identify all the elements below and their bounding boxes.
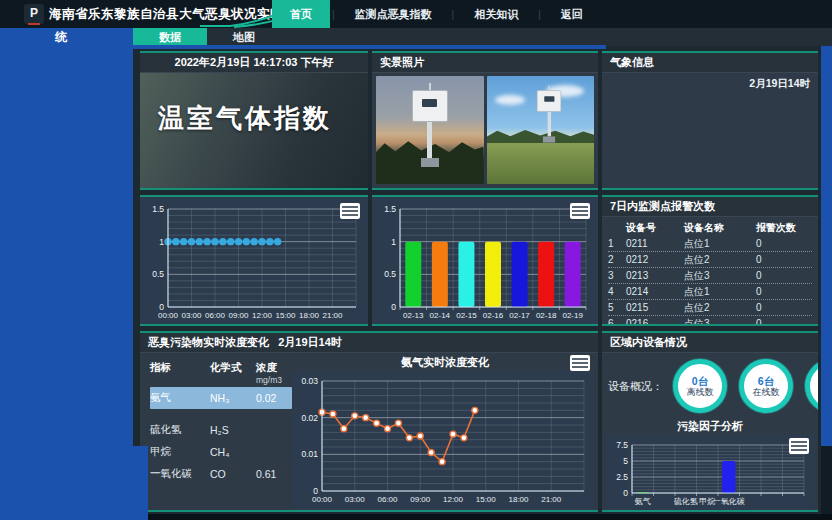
- datetime-text: 2022年2月19日 14:17:03 下午好: [140, 53, 368, 73]
- tab-0[interactable]: 数据: [133, 28, 207, 46]
- svg-text:18:00: 18:00: [508, 495, 529, 504]
- svg-text:0.01: 0.01: [301, 449, 318, 459]
- weather-date: 2月19日14时: [602, 73, 818, 95]
- ammonia-trend-chart[interactable]: 00.010.020.0300:0003:0006:0009:0012:0015…: [292, 371, 594, 510]
- svg-text:02-19: 02-19: [562, 311, 583, 320]
- svg-text:0.5: 0.5: [152, 269, 164, 279]
- daily-index-chart[interactable]: 00.511.502-1302-1402-1502-1602-1702-1802…: [374, 199, 596, 322]
- svg-text:氨气: 氨气: [635, 497, 651, 506]
- nav-separator: |: [330, 9, 337, 20]
- alarm-table-row: 50215点位20: [608, 300, 812, 316]
- svg-text:09:00: 09:00: [410, 495, 431, 504]
- weather-panel: 气象信息 2月19日14时: [602, 51, 818, 190]
- site-photo-field: [487, 76, 595, 184]
- svg-text:一氧化碳: 一氧化碳: [713, 497, 745, 506]
- svg-text:12:00: 12:00: [252, 311, 273, 320]
- greeting-panel: 2022年2月19日 14:17:03 下午好 温室气体指数: [140, 51, 368, 190]
- weather-panel-title: 气象信息: [602, 53, 818, 73]
- device-overview-label: 设备概况：: [608, 379, 663, 394]
- svg-text:0.02: 0.02: [301, 413, 318, 423]
- svg-text:21:00: 21:00: [541, 495, 562, 504]
- device-stats-row: 设备概况： 0台离线数6台在线数0台报警数: [602, 353, 818, 417]
- svg-text:21:00: 21:00: [322, 311, 343, 320]
- odor-table-row[interactable]: 甲烷CH₄: [150, 441, 292, 463]
- left-background-panel-bottom: [0, 446, 148, 520]
- svg-text:02-14: 02-14: [430, 311, 451, 320]
- view-tabs: 数据地图: [133, 28, 832, 46]
- device-stat-circles: 0台离线数6台在线数0台报警数: [673, 359, 818, 413]
- alarm-table-row: 10211点位10: [608, 236, 812, 252]
- top-header: P 海南省乐东黎族自治县大气恶臭状况实时发布系 首页|监测点恶臭指数|相关知识|…: [0, 0, 832, 28]
- chart-menu-icon[interactable]: [340, 203, 360, 219]
- alarm-table-row: 40214点位10: [608, 284, 812, 300]
- app-title-wrap: 统: [55, 28, 67, 46]
- device-stat-circle-0: 0台离线数: [673, 359, 727, 413]
- svg-text:09:00: 09:00: [228, 311, 249, 320]
- nav-separator: |: [536, 9, 543, 20]
- alarm-count-panel: 7日内监测点报警次数 设备号设备名称报警次数10211点位1020212点位20…: [602, 195, 818, 326]
- odor-panel-date: 2月19日14时: [278, 336, 342, 348]
- tab-1[interactable]: 地图: [207, 28, 281, 46]
- chart-menu-icon[interactable]: [789, 438, 809, 454]
- photo-strip: [376, 76, 594, 184]
- devices-panel: 区域内设备情况 设备概况： 0台离线数6台在线数0台报警数 污染因子分析 02.…: [602, 331, 818, 512]
- site-photo-dusk: [376, 76, 484, 184]
- tabbar-underline: [0, 45, 606, 49]
- odor-table-row[interactable]: 氨气NH₃0.02: [150, 387, 292, 409]
- alarm-table-row: 20212点位20: [608, 252, 812, 268]
- svg-text:03:00: 03:00: [181, 311, 202, 320]
- svg-text:2.5: 2.5: [616, 472, 628, 482]
- svg-text:12:00: 12:00: [443, 495, 464, 504]
- ammonia-chart-title: 氨气实时浓度变化: [292, 353, 598, 371]
- chart-menu-icon[interactable]: [570, 355, 590, 371]
- alarm-table-row: 60216点位30: [608, 316, 812, 326]
- svg-text:0: 0: [391, 302, 396, 312]
- right-background-strip: [821, 46, 832, 446]
- svg-text:03:00: 03:00: [345, 495, 366, 504]
- nav-item-3[interactable]: 返回: [543, 0, 601, 28]
- alarm-panel-title: 7日内监测点报警次数: [602, 197, 818, 217]
- svg-text:1: 1: [159, 237, 164, 247]
- svg-text:18:00: 18:00: [299, 311, 320, 320]
- svg-text:15:00: 15:00: [275, 311, 296, 320]
- device-stat-circle-1: 6台在线数: [739, 359, 793, 413]
- odor-panel: 恶臭污染物实时浓度变化 2月19日14时 指标化学式浓度mg/m3氨气NH₃0.…: [140, 331, 598, 512]
- svg-text:02-17: 02-17: [509, 311, 530, 320]
- odor-table: 指标化学式浓度mg/m3氨气NH₃0.02硫化氢H₂S甲烷CH₄一氧化碳CO0.…: [140, 353, 292, 510]
- svg-text:02-13: 02-13: [403, 311, 424, 320]
- svg-text:02-16: 02-16: [483, 311, 504, 320]
- devices-panel-title: 区域内设备情况: [602, 333, 818, 353]
- svg-text:7.5: 7.5: [616, 440, 628, 450]
- greenhouse-index-chart-panel: 00.511.500:0003:0006:0009:0012:0015:0018…: [140, 195, 368, 326]
- page-headline: 温室气体指数: [158, 101, 332, 136]
- svg-text:00:00: 00:00: [158, 311, 179, 320]
- svg-text:1.5: 1.5: [152, 204, 164, 214]
- nav-separator: |: [450, 9, 457, 20]
- photos-panel-title: 实景照片: [372, 53, 598, 73]
- factor-chart-title: 污染因子分析: [602, 417, 818, 435]
- svg-text:1: 1: [391, 237, 396, 247]
- odor-table-row[interactable]: 硫化氢H₂S: [150, 419, 292, 441]
- device-stat-circle-2: 0台报警数: [805, 359, 818, 413]
- svg-text:5: 5: [623, 456, 628, 466]
- main-nav: 首页|监测点恶臭指数|相关知识|返回: [272, 0, 601, 28]
- alarm-table-header: 设备号设备名称报警次数: [608, 219, 812, 236]
- odor-table-header: 指标化学式浓度mg/m3: [150, 359, 292, 387]
- nav-item-0[interactable]: 首页: [272, 0, 330, 28]
- monitoring-station-1: [412, 83, 448, 167]
- svg-text:0: 0: [623, 488, 628, 498]
- weather-body: 2月19日14时: [602, 73, 818, 188]
- svg-text:06:00: 06:00: [205, 311, 226, 320]
- svg-text:1.5: 1.5: [384, 204, 396, 214]
- svg-text:0.5: 0.5: [384, 269, 396, 279]
- svg-text:02-18: 02-18: [536, 311, 557, 320]
- nav-item-2[interactable]: 相关知识: [456, 0, 536, 28]
- odor-table-row[interactable]: 一氧化碳CO0.61: [150, 463, 292, 485]
- nav-item-1[interactable]: 监测点恶臭指数: [337, 0, 450, 28]
- svg-text:硫化氢: 硫化氢: [674, 497, 698, 506]
- pollution-factor-chart[interactable]: 02.557.5氨气硫化氢甲烷一氧化碳: [606, 435, 814, 512]
- greenhouse-index-chart[interactable]: 00.511.500:0003:0006:0009:0012:0015:0018…: [142, 199, 366, 322]
- chart-menu-icon[interactable]: [570, 203, 590, 219]
- left-background-panel: [0, 46, 133, 446]
- daily-index-chart-panel: 00.511.502-1302-1402-1502-1602-1702-1802…: [372, 195, 598, 326]
